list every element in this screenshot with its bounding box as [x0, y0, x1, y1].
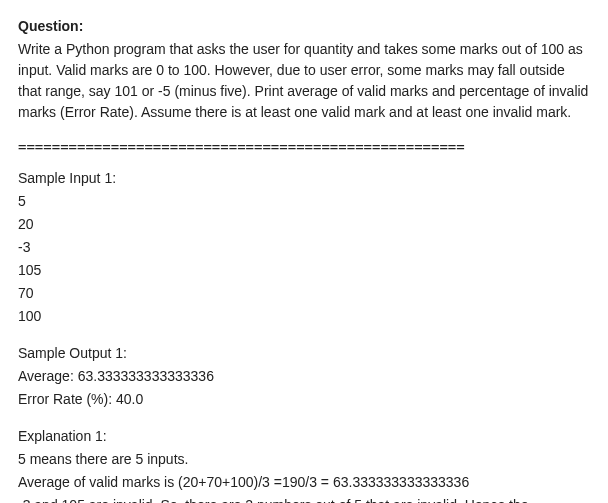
input-line: 100	[18, 306, 590, 327]
sample-output-label: Sample Output 1:	[18, 343, 590, 364]
output-line: Average: 63.333333333333336	[18, 366, 590, 387]
output-line: Error Rate (%): 40.0	[18, 389, 590, 410]
input-line: 70	[18, 283, 590, 304]
question-body: Write a Python program that asks the use…	[18, 39, 590, 123]
explanation-line: 5 means there are 5 inputs.	[18, 449, 590, 470]
input-line: 20	[18, 214, 590, 235]
sample-input-label: Sample Input 1:	[18, 168, 590, 189]
input-line: 5	[18, 191, 590, 212]
explanation-label: Explanation 1:	[18, 426, 590, 447]
input-line: -3	[18, 237, 590, 258]
question-label: Question:	[18, 16, 590, 37]
explanation-line: -3 and 105 are invalid. So, there are 2 …	[18, 495, 590, 503]
input-line: 105	[18, 260, 590, 281]
explanation-line: Average of valid marks is (20+70+100)/3 …	[18, 472, 590, 493]
separator-line: ========================================…	[18, 137, 590, 158]
